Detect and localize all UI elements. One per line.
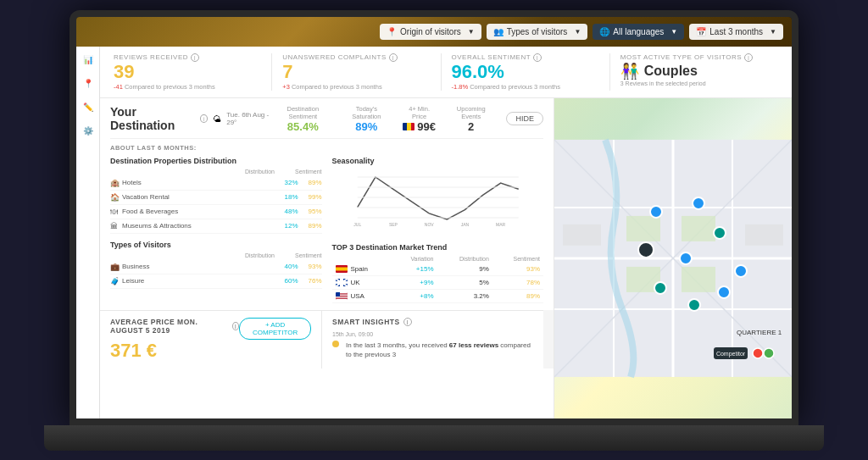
svg-point-42 xyxy=(654,282,666,294)
properties-title: Destination Properties Distribution xyxy=(110,157,322,165)
info-icon: i xyxy=(744,53,753,62)
stats-bar: REVIEWS RECEIVED i 39 -41 -41 Compared t… xyxy=(100,47,792,98)
visitors-sub: 3 Reviews in the selected period xyxy=(620,80,768,86)
destination-title: Your Destination xyxy=(110,105,195,132)
svg-text:SEP: SEP xyxy=(388,222,398,227)
dest-title-row: Your Destination i 🌤 Tue. 6th Aug - 29° xyxy=(110,105,275,132)
dest-saturation-label: Today's Saturation xyxy=(343,105,389,120)
sentiment-label: OVERALL SENTIMENT i xyxy=(452,53,599,62)
visitors-header: Distribution Sentiment xyxy=(110,252,322,258)
info-icon: i xyxy=(191,53,199,62)
property-icon: 🏨 xyxy=(110,179,122,187)
property-sent: 95% xyxy=(298,208,322,215)
reviews-sub: -41 -41 Compared to previous 3 months Co… xyxy=(114,83,261,91)
toolbar: 📍 Origin of visitors ▼ 👥 Types of visito… xyxy=(76,17,792,47)
seasonality-chart: JULSEPNOVJANMAR xyxy=(332,169,544,236)
visitors-label: MOST ACTIVE TYPE OF VISITORS i xyxy=(620,53,768,62)
trend-country: UK xyxy=(332,276,392,290)
dest-price-value-row: 99€ xyxy=(403,120,436,133)
globe-icon: 🌐 xyxy=(599,27,609,36)
dest-events-label: Upcoming Events xyxy=(449,105,493,120)
dest-sentiment-label: Destination Sentiment xyxy=(275,105,330,120)
sentiment-value: 96.0% xyxy=(452,62,599,82)
svg-point-41 xyxy=(680,252,692,264)
smart-insights-title: SMART INSIGHTS i xyxy=(332,318,533,326)
svg-text:Competitor: Competitor xyxy=(716,351,746,357)
property-dist: 32% xyxy=(275,179,298,186)
filter-languages[interactable]: 🌐 All languages ▼ xyxy=(593,24,684,40)
dest-price-value: 99€ xyxy=(417,120,436,133)
insight-text: In the last 3 months, you received 67 le… xyxy=(346,341,533,359)
property-name: Food & Beverages xyxy=(122,208,275,215)
dest-sentiment-stat: Destination Sentiment 85.4% xyxy=(275,105,330,133)
sidebar-icon-pin[interactable]: 📍 xyxy=(81,77,95,91)
svg-rect-32 xyxy=(626,216,660,241)
filter-period[interactable]: 📅 Last 3 months ▼ xyxy=(689,24,783,40)
visitor-section: Types of Visitors Distribution Sentiment… xyxy=(110,241,322,289)
hide-button[interactable]: HIDE xyxy=(506,112,543,125)
property-dist: 48% xyxy=(275,208,298,215)
dest-price-stat: 4+ Min. Price 99€ xyxy=(403,105,436,133)
stat-active-visitors: MOST ACTIVE TYPE OF VISITORS i 👫 Couples… xyxy=(610,53,778,91)
dest-saturation-stat: Today's Saturation 89% xyxy=(343,105,389,133)
svg-text:NOV: NOV xyxy=(424,222,434,227)
trend-variation: +9% xyxy=(392,276,437,290)
property-sent: 89% xyxy=(298,179,322,186)
add-competitor-button[interactable]: + ADD COMPETITOR xyxy=(239,318,311,340)
filter-visitor-types[interactable]: 👥 Types of visitors ▼ xyxy=(487,24,588,40)
property-dist: 18% xyxy=(275,193,298,201)
avg-price-panel: AVERAGE PRICE MON. AUGUST 5 2019 i 371 €… xyxy=(100,310,322,369)
seasonality-title: Seasonality xyxy=(332,157,544,165)
info-icon: i xyxy=(533,53,542,62)
visitor-name: Business xyxy=(122,263,275,270)
insight-date: 15th Jun, 09:00 xyxy=(332,331,533,337)
property-icon: 🏛 xyxy=(110,222,122,230)
visitors-list: 💼 Business 40% 93% 🧳 Leisure 60% 76% xyxy=(110,260,322,289)
trend-country: USA xyxy=(332,290,392,303)
svg-rect-35 xyxy=(682,267,715,292)
sidebar-icon-pencil[interactable]: ✏️ xyxy=(81,101,95,114)
sidebar-icon-chart[interactable]: 📊 xyxy=(81,53,95,67)
avg-price-title-group: AVERAGE PRICE MON. AUGUST 5 2019 i 371 € xyxy=(110,318,239,362)
complaints-value: 7 xyxy=(282,62,430,82)
dashboard-content: Your Destination i 🌤 Tue. 6th Aug - 29° … xyxy=(100,98,792,418)
trend-dist: 9% xyxy=(437,263,492,276)
info-icon: i xyxy=(403,318,412,326)
info-icon: i xyxy=(200,114,208,123)
svg-point-39 xyxy=(693,197,704,209)
content-area: REVIEWS RECEIVED i 39 -41 -41 Compared t… xyxy=(100,47,792,418)
insight-indicator xyxy=(332,341,339,347)
svg-point-51 xyxy=(764,348,774,358)
trend-row: USA +8% 3.2% 89% xyxy=(332,290,544,303)
sentiment-sub: -1.8% Compared to previous 3 months xyxy=(452,83,599,91)
property-row: 🏨 Hotels 32% 89% xyxy=(110,176,322,191)
visitor-row: 🧳 Leisure 60% 76% xyxy=(110,274,322,289)
dest-events-value: 2 xyxy=(449,120,493,133)
visitor-dist: 40% xyxy=(275,263,298,270)
sidebar-icon-settings[interactable]: ⚙️ xyxy=(81,125,95,138)
visitor-row: 💼 Business 40% 93% xyxy=(110,260,322,274)
svg-text:MAR: MAR xyxy=(496,222,506,227)
stat-reviews: REVIEWS RECEIVED i 39 -41 -41 Compared t… xyxy=(114,53,272,91)
complaints-sub: +3 Compared to previous 3 months xyxy=(282,83,430,91)
about-label: ABOUT LAST 6 MONTHS: xyxy=(110,144,543,152)
trend-country: Spain xyxy=(332,263,392,276)
romania-flag xyxy=(403,123,415,130)
smart-insights-panel: SMART INSIGHTS i 15th Jun, 09:00 In the … xyxy=(322,310,543,369)
svg-rect-16 xyxy=(336,281,348,284)
reviews-value: 39 xyxy=(114,62,261,82)
info-icon: i xyxy=(232,322,239,330)
seasonality-svg: JULSEPNOVJANMAR xyxy=(332,169,544,228)
map-panel: QUARTIERE 1 Competitor xyxy=(554,98,792,418)
bottom-panels: AVERAGE PRICE MON. AUGUST 5 2019 i 371 €… xyxy=(100,310,554,369)
filter-origin[interactable]: 📍 Origin of visitors ▼ xyxy=(380,24,481,40)
trend-sentiment: 78% xyxy=(492,276,543,290)
svg-rect-11 xyxy=(336,267,348,270)
svg-point-40 xyxy=(714,227,726,239)
dest-price-label: 4+ Min. Price xyxy=(403,105,436,120)
trend-header-row: Variation Distribution Sentiment xyxy=(332,255,544,263)
property-name: Hotels xyxy=(122,179,275,186)
trend-sentiment: 89% xyxy=(492,290,543,303)
dist-header: Distribution Sentiment xyxy=(110,169,322,175)
insight-row: In the last 3 months, you received 67 le… xyxy=(332,341,533,359)
